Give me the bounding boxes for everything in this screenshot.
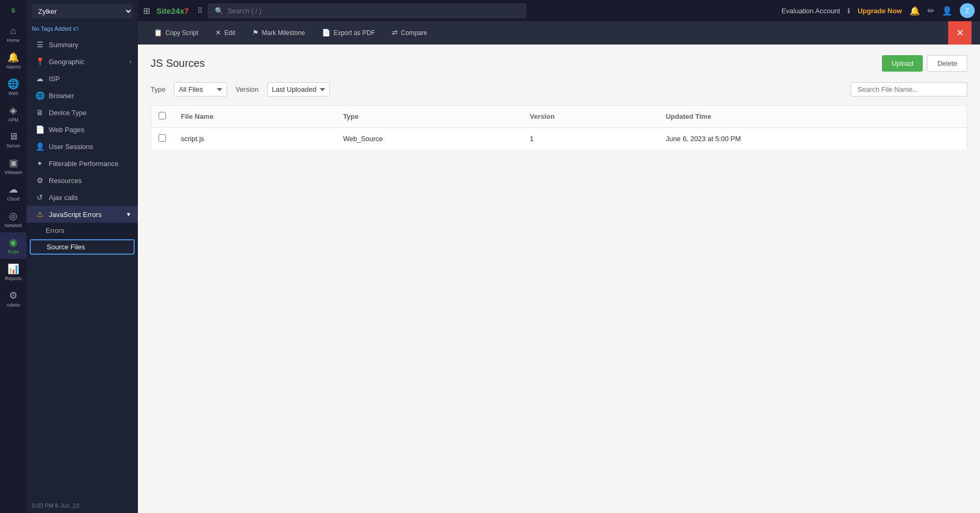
sidebar-item-javascript-errors[interactable]: ⚠ JavaScript Errors ▼ — [27, 206, 138, 223]
copy-script-label: Copy Script — [165, 29, 198, 37]
milestone-icon: ⚑ — [252, 29, 259, 37]
edit-button[interactable]: ✕ Edit — [208, 25, 243, 40]
search-box[interactable]: 🔍 — [208, 4, 526, 18]
nav-item-admin[interactable]: ⚙ Admin — [0, 285, 27, 312]
nav-item-cloud[interactable]: ☁ Cloud — [0, 179, 27, 206]
mark-milestone-button[interactable]: ⚑ Mark Milestone — [245, 25, 312, 40]
sidebar-item-web-pages[interactable]: 📄 Web Pages — [27, 121, 138, 138]
type-label: Type — [151, 85, 165, 93]
rum-label: RUM — [8, 249, 19, 255]
compare-button[interactable]: ⇄ Compare — [384, 25, 434, 40]
sidebar-item-summary[interactable]: ☰ Summary — [27, 36, 138, 53]
edit-label: Edit — [224, 29, 235, 37]
col-updated-time: Updated Time — [658, 106, 967, 128]
sidebar-item-resources[interactable]: ⚙ Resources — [27, 172, 138, 189]
table-header-row: File Name Type Version Updated Time — [151, 106, 967, 128]
delete-button[interactable]: Delete — [927, 55, 967, 72]
user-icon[interactable]: 👤 — [942, 6, 952, 16]
admin-icon: ⚙ — [9, 290, 18, 301]
notification-icon[interactable]: 🔔 — [909, 6, 920, 16]
upload-button[interactable]: Upload — [882, 55, 923, 72]
sidebar-item-device-type[interactable]: 🖥 Device Type — [27, 104, 138, 121]
cell-version: 1 — [522, 128, 658, 150]
admin-label: Admin — [6, 302, 20, 308]
copy-script-button[interactable]: 📋 Copy Script — [146, 25, 206, 40]
col-version: Version — [522, 106, 658, 128]
compare-label: Compare — [401, 29, 427, 37]
type-select[interactable]: All Files — [174, 82, 227, 97]
cloud-label: Cloud — [7, 196, 20, 202]
search-file-input[interactable] — [851, 82, 967, 97]
nav-item-reports[interactable]: 📊 Reports — [0, 259, 27, 285]
eval-account-label: Evaluation Account — [782, 7, 841, 15]
nav-item-rum[interactable]: ◉ RUM — [0, 232, 27, 259]
cell-updated-time: June 6, 2023 at 5:00 PM — [658, 128, 967, 150]
monitor-select[interactable]: Zylker — [32, 4, 133, 19]
grid-icon[interactable]: ⊞ — [143, 6, 150, 16]
cloud-icon: ☁ — [8, 184, 18, 195]
nav-item-apm[interactable]: ◈ APM — [0, 100, 27, 127]
vmware-label: VMware — [4, 170, 22, 175]
sidebar-item-filterable-performance[interactable]: ✦ Filterable Performance — [27, 155, 138, 172]
web-label: Web — [8, 91, 18, 96]
alarms-icon: 🔔 — [7, 51, 19, 63]
chevron-down-icon: ▼ — [126, 211, 132, 218]
reports-icon: 📊 — [7, 263, 19, 275]
server-label: Server — [6, 143, 21, 149]
user-sessions-label: User Sessions — [49, 143, 93, 151]
export-pdf-button[interactable]: 📄 Export as PDF — [314, 25, 382, 40]
sidebar-item-errors[interactable]: Errors — [27, 223, 138, 238]
ajax-calls-icon: ↺ — [35, 193, 45, 202]
nav-item-alarms[interactable]: 🔔 Alarms — [0, 47, 27, 74]
sidebar-item-geographic[interactable]: 📍 Geographic › — [27, 53, 138, 70]
tags-icon[interactable]: 🏷 — [73, 25, 78, 32]
top-bar-right: Evaluation Account ℹ Upgrade Now 🔔 ✏ 👤 Z — [782, 3, 975, 18]
avatar[interactable]: Z — [960, 3, 975, 18]
web-pages-label: Web Pages — [49, 126, 84, 134]
copy-icon: 📋 — [154, 29, 162, 37]
home-icon: ⌂ — [11, 25, 16, 37]
nav-item-server[interactable]: 🖥 Server — [0, 127, 27, 153]
action-bar: 📋 Copy Script ✕ Edit ⚑ Mark Milestone 📄 … — [138, 21, 980, 45]
logo-text: S — [11, 7, 15, 14]
row-checkbox[interactable] — [159, 134, 166, 142]
reports-label: Reports — [5, 276, 22, 281]
close-icon: ✕ — [215, 29, 221, 37]
summary-label: Summary — [49, 41, 78, 49]
nav-item-home[interactable]: ⌂ Home — [0, 21, 27, 47]
sidebar-item-isp[interactable]: ☁ ISP — [27, 70, 138, 87]
info-icon[interactable]: ℹ — [847, 7, 850, 15]
geographic-icon: 📍 — [35, 57, 45, 66]
home-label: Home — [7, 38, 20, 43]
filters-row: Type All Files Version Last Uploaded — [151, 82, 967, 97]
sidebar-item-user-sessions[interactable]: 👤 User Sessions — [27, 138, 138, 155]
close-button[interactable]: ✕ — [948, 21, 972, 45]
search-icon: 🔍 — [215, 7, 223, 15]
sidebar: Zylker No Tags Added 🏷 ☰ Summary 📍 Geogr… — [27, 0, 138, 513]
edit-icon[interactable]: ✏ — [928, 6, 934, 16]
resources-icon: ⚙ — [35, 176, 45, 185]
browser-label: Browser — [49, 92, 74, 100]
browser-icon: 🌐 — [35, 91, 45, 100]
upgrade-button[interactable]: Upgrade Now — [858, 7, 902, 15]
sidebar-item-ajax-calls[interactable]: ↺ Ajax calls — [27, 189, 138, 206]
summary-icon: ☰ — [35, 40, 45, 49]
chevron-right-icon: › — [129, 58, 132, 65]
row-checkbox-cell — [151, 128, 174, 150]
sidebar-time: 5:03 PM 6 Jun, 23 — [27, 498, 138, 513]
sidebar-tags: No Tags Added 🏷 — [27, 23, 138, 36]
isp-label: ISP — [49, 75, 60, 83]
select-all-checkbox[interactable] — [159, 112, 166, 119]
ajax-calls-label: Ajax calls — [49, 194, 78, 202]
nav-item-vmware[interactable]: ▣ VMware — [0, 153, 27, 179]
sidebar-item-browser[interactable]: 🌐 Browser — [27, 87, 138, 104]
version-select[interactable]: Last Uploaded — [267, 82, 330, 97]
content-header: JS Sources Upload Delete — [151, 55, 967, 72]
search-input[interactable] — [228, 7, 519, 15]
nav-item-web[interactable]: 🌐 Web — [0, 74, 27, 100]
col-type: Type — [336, 106, 522, 128]
file-table: File Name Type Version Updated Time scri… — [151, 105, 967, 150]
nav-item-network[interactable]: ◎ Network — [0, 206, 27, 232]
export-pdf-label: Export as PDF — [334, 29, 375, 37]
sidebar-item-source-files[interactable]: Source Files — [30, 239, 135, 255]
